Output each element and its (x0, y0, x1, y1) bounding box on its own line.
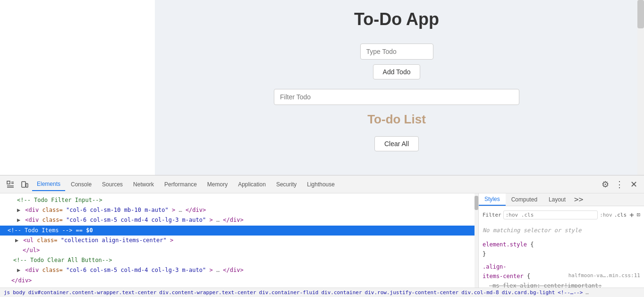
app-title: To-Do App (354, 9, 439, 29)
breadcrumb-item-card[interactable]: div.card.bg-light (502, 289, 555, 296)
tab-elements[interactable]: Elements (32, 178, 65, 191)
no-matching-label: No matching selector or style (483, 224, 640, 237)
breadcrumb-item-contentwrapper[interactable]: div.content-wrapper.text-center (159, 289, 256, 296)
html-scrollbar[interactable]: ▼ (475, 193, 478, 297)
scrollbar-thumb[interactable] (637, 0, 644, 28)
inspect-element-button[interactable] (4, 178, 17, 191)
tab-console[interactable]: Console (66, 178, 96, 191)
styles-filter-input[interactable] (503, 210, 598, 219)
html-line: <!-- Todo Filter Input--> (0, 195, 478, 205)
todo-input[interactable] (360, 44, 433, 60)
todo-list-title: To-do List (367, 112, 426, 127)
html-line: ▶ <div class= "col-6 col-sm-5 col-md-4 c… (0, 215, 478, 225)
tab-security[interactable]: Security (271, 178, 301, 191)
tab-sources[interactable]: Sources (97, 178, 127, 191)
app-area: To-Do App Add Todo To-do List Clear All (155, 0, 638, 175)
styles-tab-computed[interactable]: Computed (506, 193, 543, 206)
html-line-highlighted[interactable]: <!-- Todo Items --> == $0 (0, 226, 478, 236)
html-panel[interactable]: <!-- Todo Filter Input--> ▶ <div class= … (0, 193, 479, 297)
svg-rect-6 (26, 183, 28, 187)
styles-panel: Styles Computed Layout >> Filter :hov .c… (479, 193, 644, 297)
cls-label[interactable]: .cls (614, 211, 627, 219)
devtools-toolbar: Elements Console Sources Network Perform… (0, 175, 644, 193)
breadcrumb-more: … (585, 289, 589, 296)
clear-all-button[interactable]: Clear All (374, 136, 419, 151)
devtools-breadcrumb: js body div#container.content-wrapper.te… (0, 288, 644, 297)
html-line: </ul> (0, 245, 478, 255)
tab-performance[interactable]: Performance (160, 178, 202, 191)
devtools-close-button[interactable]: ✕ (627, 178, 640, 191)
tab-memory[interactable]: Memory (203, 178, 232, 191)
html-line: </div> (0, 276, 478, 286)
breadcrumb-item-js[interactable]: js (4, 289, 10, 296)
expand-tabs-button[interactable]: >> (571, 193, 586, 206)
style-rule-element: element.style { } (483, 240, 640, 259)
html-line: ▶ <div class= "col-6 col-sm-10 mb-10 m-a… (0, 205, 478, 215)
filter-input[interactable] (274, 89, 519, 105)
html-line: ▶ <div class= "col-6 col-sm-5 col-md-4 c… (0, 265, 478, 275)
breadcrumb-item-container2[interactable]: div.container (321, 289, 362, 296)
html-line: <!-- Todo Clear All Button--> (0, 255, 478, 265)
breadcrumb-item-colmd8[interactable]: div.col-md-8 (461, 289, 499, 296)
scrollbar[interactable] (637, 0, 644, 175)
breadcrumb-item-comment[interactable]: <!--…--> (558, 289, 583, 296)
html-scrollbar-thumb[interactable] (475, 196, 478, 210)
devtools-more-button[interactable]: ⋮ (613, 178, 626, 191)
styles-filter-row: Filter :hov .cls + ⊡ (483, 209, 640, 221)
add-todo-button[interactable]: Add Todo (373, 64, 421, 79)
devtools-settings-button[interactable]: ⚙ (599, 178, 612, 191)
todo-input-container: Add Todo (360, 44, 433, 79)
styles-tab-layout[interactable]: Layout (543, 193, 571, 206)
styles-tabs: Styles Computed Layout >> (479, 193, 644, 206)
tab-lighthouse[interactable]: Lighthouse (302, 178, 339, 191)
add-rule-button[interactable]: + (629, 209, 634, 221)
svg-rect-5 (22, 182, 25, 187)
breadcrumb-item-container[interactable]: div#container.content-wrapper.text-cente… (28, 289, 157, 296)
expand-button[interactable]: ⊡ (637, 210, 640, 219)
device-toolbar-button[interactable] (18, 178, 31, 191)
devtools-content: <!-- Todo Filter Input--> ▶ <div class= … (0, 193, 644, 297)
hov-label[interactable]: :hov (600, 211, 612, 219)
tab-application[interactable]: Application (233, 178, 271, 191)
breadcrumb-item-row[interactable]: div.row.justify-content-center (365, 289, 459, 296)
filter-label: Filter (483, 211, 501, 219)
tab-network[interactable]: Network (128, 178, 159, 191)
html-line: ▶ <ul class= "collection align-items-cen… (0, 236, 478, 245)
styles-tab-styles[interactable]: Styles (479, 193, 506, 206)
styles-content: Filter :hov .cls + ⊡ No matching selecto… (479, 206, 644, 297)
breadcrumb-item-containerfluid[interactable]: div.container-fluid (259, 289, 319, 296)
svg-rect-0 (7, 181, 10, 184)
breadcrumb-item-body[interactable]: body (13, 289, 25, 296)
devtools-panel: Elements Console Sources Network Perform… (0, 175, 644, 297)
